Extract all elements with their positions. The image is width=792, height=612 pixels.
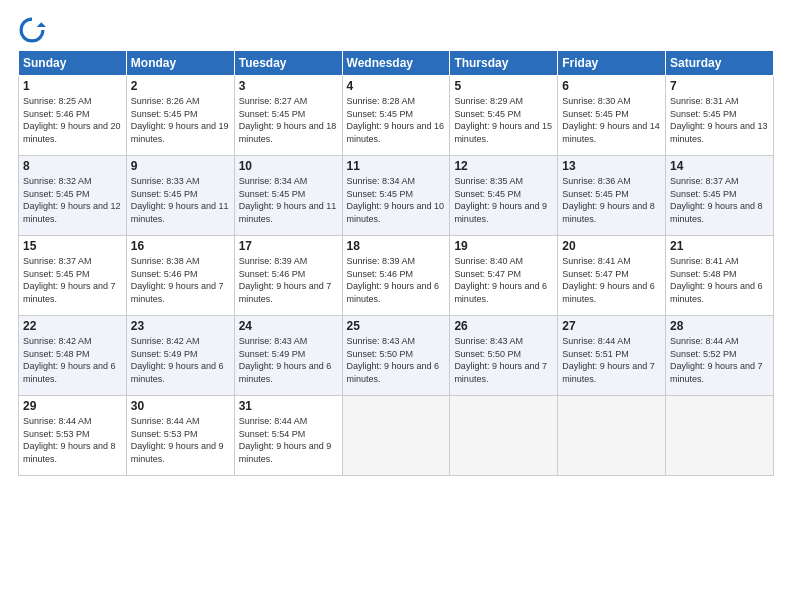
day-number: 13 — [562, 159, 661, 173]
day-info: Sunrise: 8:27 AMSunset: 5:45 PMDaylight:… — [239, 95, 338, 145]
calendar-day-cell: 15Sunrise: 8:37 AMSunset: 5:45 PMDayligh… — [19, 236, 127, 316]
calendar: SundayMondayTuesdayWednesdayThursdayFrid… — [18, 50, 774, 476]
calendar-day-cell — [558, 396, 666, 476]
day-number: 20 — [562, 239, 661, 253]
calendar-day-cell: 13Sunrise: 8:36 AMSunset: 5:45 PMDayligh… — [558, 156, 666, 236]
day-info: Sunrise: 8:37 AMSunset: 5:45 PMDaylight:… — [23, 255, 122, 305]
day-info: Sunrise: 8:44 AMSunset: 5:53 PMDaylight:… — [23, 415, 122, 465]
calendar-day-cell: 9Sunrise: 8:33 AMSunset: 5:45 PMDaylight… — [126, 156, 234, 236]
day-info: Sunrise: 8:44 AMSunset: 5:54 PMDaylight:… — [239, 415, 338, 465]
calendar-week-row: 1Sunrise: 8:25 AMSunset: 5:46 PMDaylight… — [19, 76, 774, 156]
day-info: Sunrise: 8:43 AMSunset: 5:49 PMDaylight:… — [239, 335, 338, 385]
day-info: Sunrise: 8:44 AMSunset: 5:53 PMDaylight:… — [131, 415, 230, 465]
calendar-day-cell: 17Sunrise: 8:39 AMSunset: 5:46 PMDayligh… — [234, 236, 342, 316]
calendar-day-cell: 7Sunrise: 8:31 AMSunset: 5:45 PMDaylight… — [666, 76, 774, 156]
weekday-header: Sunday — [19, 51, 127, 76]
header — [18, 16, 774, 44]
calendar-day-cell — [342, 396, 450, 476]
day-info: Sunrise: 8:36 AMSunset: 5:45 PMDaylight:… — [562, 175, 661, 225]
day-info: Sunrise: 8:30 AMSunset: 5:45 PMDaylight:… — [562, 95, 661, 145]
day-info: Sunrise: 8:44 AMSunset: 5:51 PMDaylight:… — [562, 335, 661, 385]
svg-marker-0 — [37, 22, 46, 27]
day-number: 15 — [23, 239, 122, 253]
day-number: 17 — [239, 239, 338, 253]
day-info: Sunrise: 8:37 AMSunset: 5:45 PMDaylight:… — [670, 175, 769, 225]
calendar-day-cell: 14Sunrise: 8:37 AMSunset: 5:45 PMDayligh… — [666, 156, 774, 236]
day-info: Sunrise: 8:43 AMSunset: 5:50 PMDaylight:… — [347, 335, 446, 385]
calendar-day-cell: 12Sunrise: 8:35 AMSunset: 5:45 PMDayligh… — [450, 156, 558, 236]
day-info: Sunrise: 8:31 AMSunset: 5:45 PMDaylight:… — [670, 95, 769, 145]
calendar-day-cell: 3Sunrise: 8:27 AMSunset: 5:45 PMDaylight… — [234, 76, 342, 156]
day-number: 18 — [347, 239, 446, 253]
day-number: 24 — [239, 319, 338, 333]
day-number: 16 — [131, 239, 230, 253]
page: SundayMondayTuesdayWednesdayThursdayFrid… — [0, 0, 792, 612]
day-number: 11 — [347, 159, 446, 173]
day-info: Sunrise: 8:25 AMSunset: 5:46 PMDaylight:… — [23, 95, 122, 145]
day-number: 30 — [131, 399, 230, 413]
day-info: Sunrise: 8:26 AMSunset: 5:45 PMDaylight:… — [131, 95, 230, 145]
day-info: Sunrise: 8:44 AMSunset: 5:52 PMDaylight:… — [670, 335, 769, 385]
calendar-week-row: 22Sunrise: 8:42 AMSunset: 5:48 PMDayligh… — [19, 316, 774, 396]
calendar-day-cell: 29Sunrise: 8:44 AMSunset: 5:53 PMDayligh… — [19, 396, 127, 476]
calendar-header-row: SundayMondayTuesdayWednesdayThursdayFrid… — [19, 51, 774, 76]
day-info: Sunrise: 8:41 AMSunset: 5:47 PMDaylight:… — [562, 255, 661, 305]
calendar-day-cell: 23Sunrise: 8:42 AMSunset: 5:49 PMDayligh… — [126, 316, 234, 396]
calendar-day-cell: 1Sunrise: 8:25 AMSunset: 5:46 PMDaylight… — [19, 76, 127, 156]
day-number: 12 — [454, 159, 553, 173]
calendar-day-cell: 27Sunrise: 8:44 AMSunset: 5:51 PMDayligh… — [558, 316, 666, 396]
weekday-header: Thursday — [450, 51, 558, 76]
day-info: Sunrise: 8:34 AMSunset: 5:45 PMDaylight:… — [239, 175, 338, 225]
calendar-week-row: 29Sunrise: 8:44 AMSunset: 5:53 PMDayligh… — [19, 396, 774, 476]
day-info: Sunrise: 8:39 AMSunset: 5:46 PMDaylight:… — [239, 255, 338, 305]
calendar-day-cell: 18Sunrise: 8:39 AMSunset: 5:46 PMDayligh… — [342, 236, 450, 316]
day-number: 29 — [23, 399, 122, 413]
day-number: 25 — [347, 319, 446, 333]
day-number: 26 — [454, 319, 553, 333]
calendar-day-cell: 4Sunrise: 8:28 AMSunset: 5:45 PMDaylight… — [342, 76, 450, 156]
day-number: 7 — [670, 79, 769, 93]
day-info: Sunrise: 8:41 AMSunset: 5:48 PMDaylight:… — [670, 255, 769, 305]
day-info: Sunrise: 8:28 AMSunset: 5:45 PMDaylight:… — [347, 95, 446, 145]
calendar-week-row: 8Sunrise: 8:32 AMSunset: 5:45 PMDaylight… — [19, 156, 774, 236]
calendar-day-cell — [450, 396, 558, 476]
calendar-day-cell: 19Sunrise: 8:40 AMSunset: 5:47 PMDayligh… — [450, 236, 558, 316]
day-info: Sunrise: 8:32 AMSunset: 5:45 PMDaylight:… — [23, 175, 122, 225]
day-number: 14 — [670, 159, 769, 173]
day-info: Sunrise: 8:42 AMSunset: 5:49 PMDaylight:… — [131, 335, 230, 385]
day-number: 10 — [239, 159, 338, 173]
day-number: 5 — [454, 79, 553, 93]
calendar-day-cell: 31Sunrise: 8:44 AMSunset: 5:54 PMDayligh… — [234, 396, 342, 476]
calendar-week-row: 15Sunrise: 8:37 AMSunset: 5:45 PMDayligh… — [19, 236, 774, 316]
day-number: 3 — [239, 79, 338, 93]
day-info: Sunrise: 8:34 AMSunset: 5:45 PMDaylight:… — [347, 175, 446, 225]
day-info: Sunrise: 8:42 AMSunset: 5:48 PMDaylight:… — [23, 335, 122, 385]
calendar-day-cell: 16Sunrise: 8:38 AMSunset: 5:46 PMDayligh… — [126, 236, 234, 316]
calendar-day-cell: 26Sunrise: 8:43 AMSunset: 5:50 PMDayligh… — [450, 316, 558, 396]
calendar-day-cell: 5Sunrise: 8:29 AMSunset: 5:45 PMDaylight… — [450, 76, 558, 156]
calendar-day-cell: 30Sunrise: 8:44 AMSunset: 5:53 PMDayligh… — [126, 396, 234, 476]
weekday-header: Friday — [558, 51, 666, 76]
day-info: Sunrise: 8:33 AMSunset: 5:45 PMDaylight:… — [131, 175, 230, 225]
weekday-header: Monday — [126, 51, 234, 76]
calendar-day-cell: 25Sunrise: 8:43 AMSunset: 5:50 PMDayligh… — [342, 316, 450, 396]
calendar-day-cell: 28Sunrise: 8:44 AMSunset: 5:52 PMDayligh… — [666, 316, 774, 396]
weekday-header: Saturday — [666, 51, 774, 76]
calendar-day-cell: 6Sunrise: 8:30 AMSunset: 5:45 PMDaylight… — [558, 76, 666, 156]
day-info: Sunrise: 8:38 AMSunset: 5:46 PMDaylight:… — [131, 255, 230, 305]
calendar-day-cell: 8Sunrise: 8:32 AMSunset: 5:45 PMDaylight… — [19, 156, 127, 236]
day-number: 6 — [562, 79, 661, 93]
day-number: 1 — [23, 79, 122, 93]
day-number: 8 — [23, 159, 122, 173]
logo-icon — [18, 16, 46, 44]
day-number: 23 — [131, 319, 230, 333]
calendar-day-cell: 24Sunrise: 8:43 AMSunset: 5:49 PMDayligh… — [234, 316, 342, 396]
calendar-day-cell: 22Sunrise: 8:42 AMSunset: 5:48 PMDayligh… — [19, 316, 127, 396]
day-info: Sunrise: 8:43 AMSunset: 5:50 PMDaylight:… — [454, 335, 553, 385]
calendar-day-cell — [666, 396, 774, 476]
day-number: 28 — [670, 319, 769, 333]
calendar-day-cell: 11Sunrise: 8:34 AMSunset: 5:45 PMDayligh… — [342, 156, 450, 236]
weekday-header: Tuesday — [234, 51, 342, 76]
day-number: 22 — [23, 319, 122, 333]
calendar-day-cell: 21Sunrise: 8:41 AMSunset: 5:48 PMDayligh… — [666, 236, 774, 316]
